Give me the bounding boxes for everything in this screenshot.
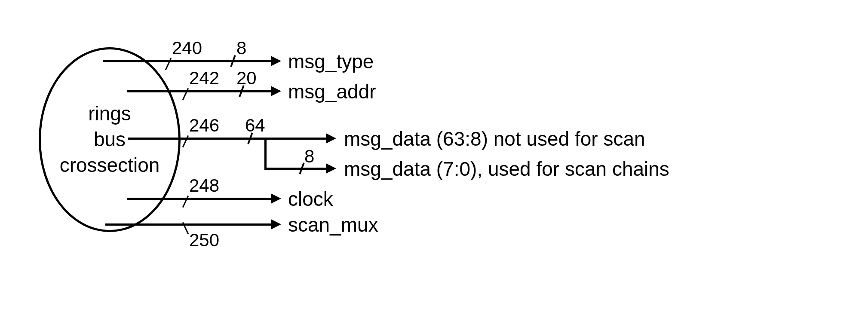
msg-addr-ref: 242 [189,68,219,89]
rings-bus-ellipse: ringsbuscrossection [39,47,181,232]
msg-addr-arrowhead [271,86,281,96]
msg-data-ref: 246 [189,115,219,136]
msg-addr-label: msg_addr [288,80,376,103]
scan-mux-line [105,223,271,226]
msg-data-branch-width: 8 [304,146,314,167]
msg-type-label: msg_type [288,50,374,73]
scan-mux-ref: 250 [189,230,219,251]
clock-line [127,198,271,200]
msg-type-line [103,60,271,62]
diagram-container: ringsbuscrossection 240 8 msg_type 242 2… [17,17,868,309]
clock-ref: 248 [189,175,219,196]
msg-type-ref: 240 [172,38,202,58]
scan-mux-arrowhead [271,219,281,229]
msg-data-label-low: msg_data (7:0), used for scan chains [344,157,669,181]
msg-type-width: 8 [236,38,246,58]
scan-mux-label: scan_mux [288,213,378,236]
clock-label: clock [288,187,333,211]
clock-arrowhead [271,193,281,204]
msg-data-width: 64 [245,115,265,136]
msg-addr-line [127,90,271,92]
msg-addr-width: 20 [236,68,257,89]
msg-data-branch-horiz [264,168,327,170]
msg-data-label-high: msg_data (63:8) not used for scan [344,127,645,150]
msg-type-arrowhead [271,56,281,66]
msg-data-branch-arrowhead [326,163,336,174]
msg-data-arrowhead [326,133,336,144]
msg-data-line [128,138,326,140]
msg-data-branch-vert [264,138,267,168]
